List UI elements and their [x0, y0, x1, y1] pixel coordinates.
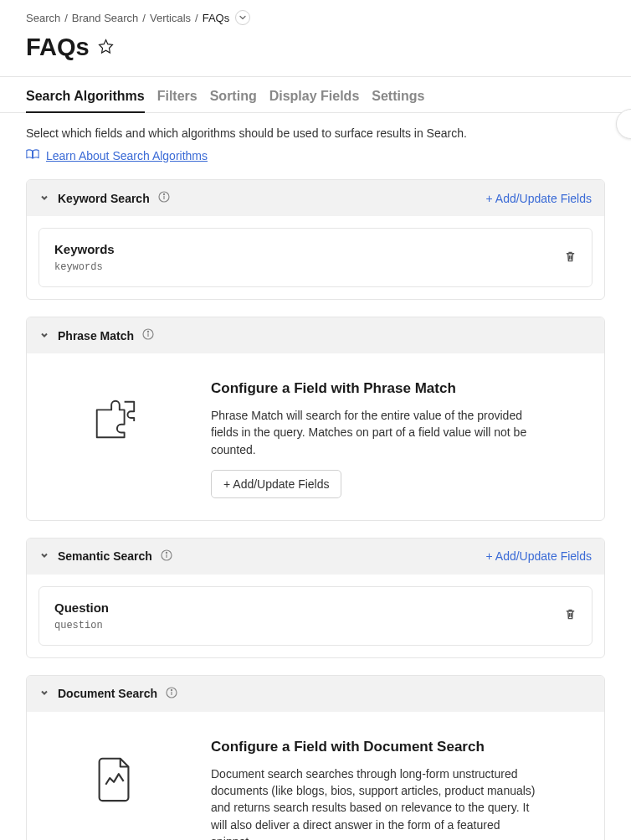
page-title: FAQs [26, 33, 90, 61]
svg-point-5 [147, 331, 148, 332]
section-title: Document Search [58, 687, 157, 700]
tab-filters[interactable]: Filters [157, 84, 198, 112]
info-icon[interactable] [166, 687, 177, 701]
field-code: question [54, 620, 109, 631]
breadcrumb-dropdown-button[interactable] [235, 10, 250, 25]
add-update-fields-button[interactable]: + Add/Update Fields [211, 470, 341, 498]
field-name: Question [54, 600, 109, 615]
breadcrumb-item[interactable]: Verticals [150, 12, 191, 24]
section-phrase-match: Phrase Match Configure a Field w [26, 317, 605, 521]
empty-state-title: Configure a Field with Phrase Match [211, 380, 579, 397]
add-update-fields-link[interactable]: + Add/Update Fields [486, 192, 592, 205]
chevron-down-icon[interactable] [39, 192, 49, 205]
section-title: Phrase Match [58, 329, 134, 343]
info-icon[interactable] [158, 191, 170, 205]
tab-settings[interactable]: Settings [372, 84, 424, 112]
empty-state-title: Configure a Field with Document Search [211, 739, 579, 755]
field-card-question: Question question [38, 586, 593, 646]
learn-about-link[interactable]: Learn About Search Algorithms [46, 149, 208, 162]
tab-sorting[interactable]: Sorting [210, 84, 257, 112]
puzzle-icon [52, 380, 177, 444]
tab-display-fields[interactable]: Display Fields [269, 84, 360, 112]
chevron-down-icon[interactable] [39, 329, 49, 343]
trash-icon[interactable] [564, 250, 577, 265]
section-title: Keyword Search [58, 192, 150, 205]
empty-state-description: Document search searches through long-fo… [211, 765, 537, 840]
empty-state-description: Phrase Match will search for the entire … [211, 407, 537, 458]
tabs: Search Algorithms Filters Sorting Displa… [0, 84, 631, 113]
breadcrumb-item[interactable]: Search [26, 12, 60, 24]
svg-point-11 [171, 689, 172, 690]
star-icon[interactable] [98, 39, 114, 57]
section-title: Semantic Search [58, 549, 152, 563]
breadcrumb: Search / Brand Search / Verticals / FAQs [0, 0, 631, 30]
svg-point-2 [163, 193, 164, 194]
section-keyword-search: Keyword Search + Add/Update Fields Keywo… [26, 179, 605, 300]
description-text: Select which fields and which algorithms… [26, 126, 605, 140]
document-icon [52, 739, 177, 802]
breadcrumb-current: FAQs [203, 12, 230, 24]
book-icon [26, 148, 39, 162]
add-update-fields-link[interactable]: + Add/Update Fields [486, 549, 592, 563]
section-semantic-search: Semantic Search + Add/Update Fields Ques… [26, 538, 605, 658]
field-code: keywords [54, 261, 115, 273]
breadcrumb-item[interactable]: Brand Search [72, 12, 139, 24]
trash-icon[interactable] [564, 608, 577, 623]
section-document-search: Document Search C [26, 675, 605, 840]
field-card-keywords: Keywords keywords [38, 228, 593, 287]
info-icon[interactable] [142, 328, 154, 343]
field-name: Keywords [54, 242, 115, 256]
svg-point-8 [166, 552, 167, 553]
info-icon[interactable] [161, 549, 172, 564]
chevron-down-icon[interactable] [39, 549, 49, 563]
chevron-down-icon[interactable] [39, 687, 49, 700]
tab-search-algorithms[interactable]: Search Algorithms [26, 84, 145, 112]
